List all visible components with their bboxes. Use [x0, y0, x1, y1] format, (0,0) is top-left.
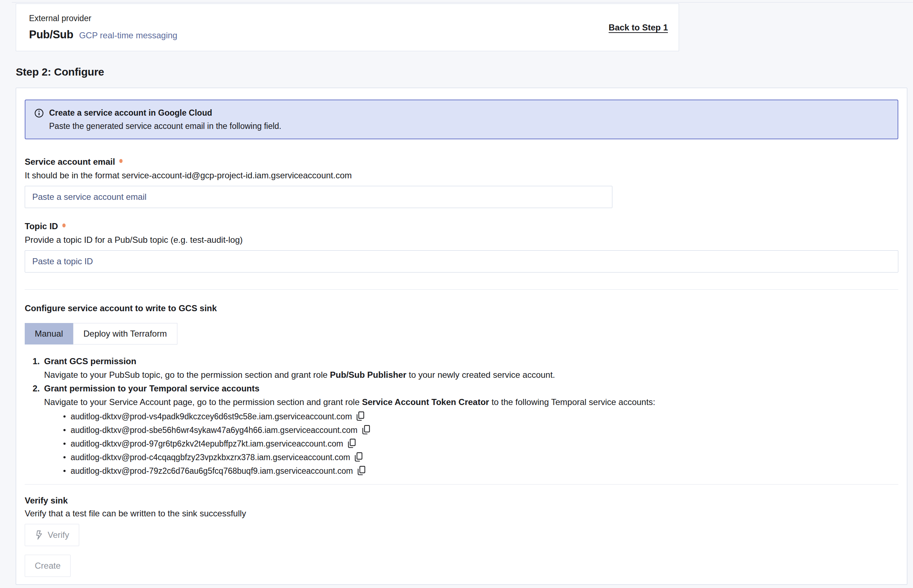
service-account-list-item: auditlog-dktxv@prod-79z2c6d76au6g5fcq768…	[63, 464, 898, 478]
step-1-body-prefix: Navigate to your PubSub topic, go to the…	[44, 370, 330, 380]
info-alert-body: Paste the generated service account emai…	[49, 121, 281, 131]
topic-id-label-row: Topic ID	[25, 221, 898, 232]
topic-id-field-group: Topic ID Provide a topic ID for a Pub/Su…	[25, 221, 898, 273]
create-button-label: Create	[35, 561, 61, 571]
step-2-role-name: Service Account Token Creator	[362, 397, 489, 407]
copy-icon[interactable]	[356, 465, 366, 476]
back-to-step-1-link[interactable]: Back to Step 1	[609, 23, 668, 32]
step-2-number: 2.	[32, 383, 44, 394]
create-button[interactable]: Create	[25, 555, 71, 577]
info-alert: Create a service account in Google Cloud…	[25, 100, 898, 139]
temporal-service-account-list: auditlog-dktxv@prod-vs4padk9dkczcey6d6st…	[63, 410, 898, 478]
service-account-email: auditlog-dktxv@prod-97gr6tp6zkv2t4epubff…	[71, 439, 343, 449]
service-account-email-helper: It should be in the format service-accou…	[25, 170, 898, 181]
service-account-list-item: auditlog-dktxv@prod-vs4padk9dkczcey6d6st…	[63, 410, 898, 423]
info-icon	[34, 108, 44, 131]
step-1-role-name: Pub/Sub Publisher	[330, 370, 406, 380]
info-alert-text: Create a service account in Google Cloud…	[49, 107, 281, 131]
step-2-body-prefix: Navigate to your Service Account page, g…	[44, 397, 362, 407]
bullet-icon	[63, 429, 66, 431]
service-account-email-input[interactable]	[25, 186, 612, 208]
step-1-heading: 1. Grant GCS permission	[32, 356, 898, 367]
service-account-email-label-row: Service account email	[25, 157, 898, 167]
top-divider	[12, 2, 913, 3]
copy-icon[interactable]	[354, 452, 363, 463]
provider-card-label: External provider	[29, 14, 177, 23]
service-account-list-item: auditlog-dktxv@prod-c4cqaqgbfzy23vpzkbxz…	[63, 451, 898, 464]
service-account-email: auditlog-dktxv@prod-sbe56h6wr4sykaw47a6y…	[71, 425, 358, 435]
service-account-email: auditlog-dktxv@prod-vs4padk9dkczcey6d6st…	[71, 412, 352, 422]
bullet-icon	[63, 470, 66, 472]
step-grant-gcs-permission: 1. Grant GCS permission Navigate to your…	[32, 356, 898, 380]
verify-button-row: Verify	[25, 519, 898, 546]
verify-button-label: Verify	[48, 530, 69, 540]
verify-sink-title: Verify sink	[25, 495, 898, 506]
step-1-body-suffix: to your newly created service account.	[406, 370, 555, 380]
manual-steps-list: 1. Grant GCS permission Navigate to your…	[32, 356, 898, 478]
required-indicator-dot	[119, 159, 123, 163]
service-account-list-item: auditlog-dktxv@prod-sbe56h6wr4sykaw47a6y…	[63, 423, 898, 437]
provider-name: Pub/Sub	[29, 28, 73, 41]
verify-button[interactable]: Verify	[25, 524, 79, 546]
bullet-icon	[63, 415, 66, 418]
service-account-email-field-group: Service account email It should be in th…	[25, 157, 898, 208]
section-divider	[25, 484, 898, 485]
service-account-list-item: auditlog-dktxv@prod-97gr6tp6zkv2t4epubff…	[63, 437, 898, 451]
section-divider	[25, 289, 898, 290]
provider-card: External provider Pub/Sub GCP real-time …	[16, 3, 679, 51]
tab-deploy-with-terraform[interactable]: Deploy with Terraform	[73, 323, 177, 344]
bullet-icon	[63, 456, 66, 458]
configure-section-title: Configure service account to write to GC…	[25, 303, 898, 314]
service-account-email-label: Service account email	[25, 157, 115, 167]
step-grant-temporal-permission: 2. Grant permission to your Temporal ser…	[32, 383, 898, 478]
step-1-body: Navigate to your PubSub topic, go to the…	[44, 370, 898, 380]
page-title: Step 2: Configure	[16, 66, 913, 78]
provider-description: GCP real-time messaging	[79, 31, 177, 40]
copy-icon[interactable]	[361, 425, 371, 435]
topic-id-label: Topic ID	[25, 221, 58, 232]
bullet-icon	[63, 443, 66, 445]
step-1-title: Grant GCS permission	[44, 356, 136, 367]
info-alert-title: Create a service account in Google Cloud	[49, 107, 281, 118]
step-2-heading: 2. Grant permission to your Temporal ser…	[32, 383, 898, 394]
step-1-number: 1.	[32, 356, 44, 367]
step-2-body-suffix: to the following Temporal service accoun…	[489, 397, 656, 407]
service-account-email: auditlog-dktxv@prod-c4cqaqgbfzy23vpzkbxz…	[71, 452, 350, 462]
copy-icon[interactable]	[355, 411, 365, 422]
provider-title-row: Pub/Sub GCP real-time messaging	[29, 28, 177, 41]
configure-method-tabs: Manual Deploy with Terraform	[25, 323, 898, 344]
provider-card-info: External provider Pub/Sub GCP real-time …	[29, 14, 177, 41]
verify-sink-description: Verify that a test file can be written t…	[25, 508, 898, 519]
topic-id-input[interactable]	[25, 250, 898, 273]
copy-icon[interactable]	[347, 438, 356, 449]
create-button-row: Create	[25, 546, 898, 577]
lightning-bolt-icon	[35, 530, 43, 540]
step-2-body: Navigate to your Service Account page, g…	[44, 397, 898, 407]
topic-id-helper: Provide a topic ID for a Pub/Sub topic (…	[25, 234, 898, 245]
service-account-email: auditlog-dktxv@prod-79z2c6d76au6g5fcq768…	[71, 466, 353, 476]
required-indicator-dot	[62, 223, 66, 228]
tab-manual[interactable]: Manual	[25, 323, 73, 344]
step-2-title: Grant permission to your Temporal servic…	[44, 383, 259, 394]
configure-panel: Create a service account in Google Cloud…	[16, 88, 907, 585]
